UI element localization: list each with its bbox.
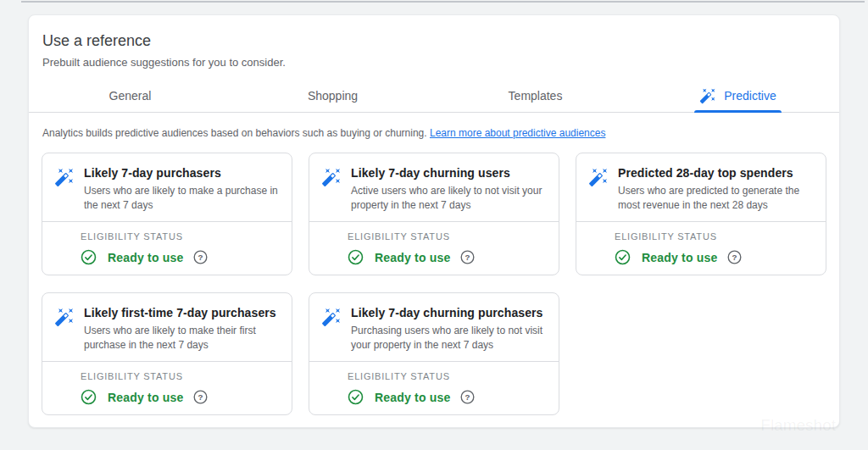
tab-templates-label: Templates xyxy=(509,89,563,103)
status-badge: Ready to use xyxy=(108,391,184,404)
eligibility-status-label: ELIGIBILITY STATUS xyxy=(348,231,547,242)
help-icon[interactable] xyxy=(460,250,475,264)
page-subtitle: Prebuilt audience suggestions for you to… xyxy=(42,56,826,69)
help-icon[interactable] xyxy=(460,390,475,404)
learn-more-link[interactable]: Learn more about predictive audiences xyxy=(430,127,605,139)
magic-wand-icon xyxy=(54,167,75,187)
status-badge: Ready to use xyxy=(375,251,451,264)
audience-title: Likely 7-day churning users xyxy=(351,166,547,180)
check-circle-icon xyxy=(348,249,364,265)
audience-card-likely-first-time-7day-purchasers[interactable]: Likely first-time 7-day purchasers Users… xyxy=(42,292,292,415)
audience-title: Predicted 28-day top spenders xyxy=(618,166,814,180)
top-divider xyxy=(21,1,865,3)
magic-wand-icon xyxy=(321,307,342,327)
audience-description: Users who are likely to make a purchase … xyxy=(84,184,280,214)
description-text: Analytics builds predictive audiences ba… xyxy=(42,127,427,139)
audience-card-predicted-28day-top-spenders[interactable]: Predicted 28-day top spenders Users who … xyxy=(576,153,826,275)
magic-wand-icon xyxy=(321,167,342,187)
use-a-reference-panel: Use a reference Prebuilt audience sugges… xyxy=(28,14,840,428)
audience-card-likely-7day-churning-users[interactable]: Likely 7-day churning users Active users… xyxy=(309,153,559,275)
audience-card-grid: Likely 7-day purchasers Users who are li… xyxy=(29,139,839,415)
audience-title: Likely 7-day churning purchasers xyxy=(351,306,547,319)
magic-wand-icon xyxy=(588,167,609,187)
check-circle-icon xyxy=(81,389,97,405)
audience-card-likely-7day-purchasers[interactable]: Likely 7-day purchasers Users who are li… xyxy=(42,153,292,275)
status-badge: Ready to use xyxy=(375,391,451,404)
page-title: Use a reference xyxy=(42,32,826,50)
eligibility-status-label: ELIGIBILITY STATUS xyxy=(81,231,280,242)
audience-card-likely-7day-churning-purchasers[interactable]: Likely 7-day churning purchasers Purchas… xyxy=(309,292,559,415)
magic-wand-icon xyxy=(699,87,716,104)
help-icon[interactable] xyxy=(193,250,208,264)
audience-description: Purchasing users who are likely to not v… xyxy=(351,324,547,353)
tab-shopping-label: Shopping xyxy=(308,89,358,103)
magic-wand-icon xyxy=(54,307,75,327)
audience-description: Active users who are likely to not visit… xyxy=(351,184,547,214)
check-circle-icon xyxy=(615,249,631,265)
help-icon[interactable] xyxy=(727,250,742,264)
audience-description: Users who are predicted to generate the … xyxy=(618,184,814,214)
tab-predictive[interactable]: Predictive xyxy=(637,80,839,112)
tab-templates[interactable]: Templates xyxy=(434,80,637,112)
tab-general[interactable]: General xyxy=(29,80,231,112)
audience-title: Likely 7-day purchasers xyxy=(84,166,280,180)
status-badge: Ready to use xyxy=(108,251,184,264)
tab-general-label: General xyxy=(109,89,152,103)
eligibility-status-label: ELIGIBILITY STATUS xyxy=(348,371,547,381)
audience-title: Likely first-time 7-day purchasers xyxy=(84,306,280,319)
eligibility-status-label: ELIGIBILITY STATUS xyxy=(615,231,814,242)
help-icon[interactable] xyxy=(193,390,208,404)
check-circle-icon xyxy=(348,389,364,405)
tab-shopping[interactable]: Shopping xyxy=(231,80,434,112)
panel-header: Use a reference Prebuilt audience sugges… xyxy=(29,15,839,69)
audience-description: Users who are likely to make their first… xyxy=(84,324,280,353)
status-badge: Ready to use xyxy=(642,251,718,264)
eligibility-status-label: ELIGIBILITY STATUS xyxy=(81,371,280,381)
check-circle-icon xyxy=(81,249,97,265)
audience-tabs: General Shopping Templates Predictive xyxy=(29,80,839,113)
tab-predictive-label: Predictive xyxy=(724,89,776,103)
predictive-description: Analytics builds predictive audiences ba… xyxy=(29,113,839,139)
